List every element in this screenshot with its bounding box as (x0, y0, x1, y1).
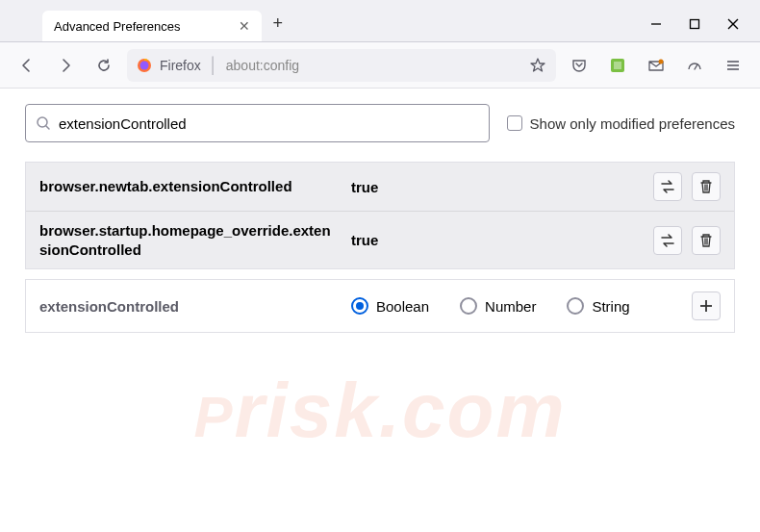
svg-rect-1 (691, 20, 699, 29)
delete-button[interactable] (692, 226, 721, 255)
search-icon (36, 115, 51, 131)
urlbar-identity: Firefox (160, 58, 201, 73)
search-input[interactable] (59, 115, 479, 132)
urlbar-separator: │ (209, 57, 218, 74)
firefox-logo-icon (137, 58, 152, 73)
add-button[interactable] (692, 291, 721, 320)
radio-label: Boolean (376, 298, 429, 315)
radio-icon (460, 297, 477, 315)
svg-line-9 (695, 64, 697, 69)
svg-rect-7 (614, 62, 621, 69)
svg-point-5 (140, 61, 149, 69)
svg-point-8 (659, 59, 664, 63)
titlebar: Advanced Preferences ✕ + (0, 0, 760, 42)
window-controls (648, 16, 741, 32)
svg-line-14 (46, 126, 49, 129)
delete-button[interactable] (692, 172, 721, 201)
browser-tab[interactable]: Advanced Preferences ✕ (42, 11, 262, 41)
checkbox-icon (507, 115, 522, 131)
forward-button[interactable] (50, 50, 81, 81)
maximize-button[interactable] (687, 16, 702, 32)
radio-label: String (592, 298, 629, 315)
checkbox-label: Show only modified preferences (530, 115, 735, 132)
pref-name: browser.startup.homepage_override.extens… (39, 221, 338, 259)
close-window-button[interactable] (725, 16, 741, 32)
pref-row: browser.newtab.extensionControlled true (26, 163, 734, 212)
back-button[interactable] (12, 50, 42, 81)
type-radio-group: Boolean Number String (351, 297, 678, 315)
pocket-icon[interactable] (564, 50, 595, 81)
pref-row: browser.startup.homepage_override.extens… (26, 212, 734, 268)
browser-toolbar: Firefox │ about:config (0, 42, 760, 89)
radio-string[interactable]: String (567, 297, 629, 315)
radio-label: Number (485, 298, 536, 315)
search-box[interactable] (25, 104, 490, 142)
radio-boolean[interactable]: Boolean (351, 297, 429, 315)
new-pref-row: extensionControlled Boolean Number Strin… (25, 279, 735, 333)
watermark: Prisk.com (193, 367, 566, 455)
radio-icon (567, 297, 584, 315)
minimize-button[interactable] (648, 16, 664, 32)
pref-value: true (351, 232, 640, 248)
toggle-button[interactable] (653, 226, 682, 255)
tab-title: Advanced Preferences (54, 19, 181, 34)
urlbar-url: about:config (226, 58, 299, 73)
url-bar[interactable]: Firefox │ about:config (127, 49, 556, 82)
extension-icon[interactable] (602, 50, 633, 81)
pref-value: true (351, 179, 640, 195)
dashboard-icon[interactable] (679, 50, 710, 81)
close-tab-icon[interactable]: ✕ (239, 18, 250, 34)
radio-icon (351, 297, 368, 315)
toggle-button[interactable] (653, 172, 682, 201)
preferences-list: browser.newtab.extensionControlled true … (25, 162, 735, 269)
new-tab-button[interactable]: + (273, 13, 284, 34)
reload-button[interactable] (89, 50, 119, 81)
pref-name: browser.newtab.extensionControlled (39, 177, 338, 196)
modified-only-checkbox[interactable]: Show only modified preferences (507, 115, 735, 132)
mail-icon[interactable] (641, 50, 671, 81)
new-pref-name: extensionControlled (39, 298, 338, 315)
menu-button[interactable] (718, 50, 748, 81)
bookmark-star-icon[interactable] (529, 57, 546, 74)
radio-number[interactable]: Number (460, 297, 536, 315)
search-row: Show only modified preferences (25, 104, 735, 142)
content-area: Show only modified preferences browser.n… (0, 89, 760, 348)
